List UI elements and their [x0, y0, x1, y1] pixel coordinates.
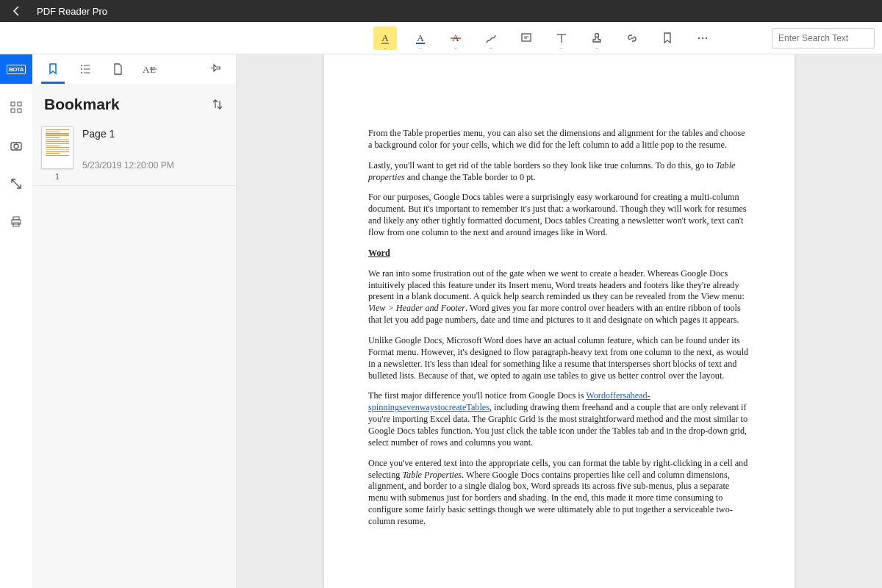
note-icon [520, 32, 533, 45]
search-box [772, 28, 875, 49]
annotation-toolbar: A ⌄ A ⌄ A ⌄ ⌄ ⌄ ⌄ [0, 22, 882, 54]
search-input[interactable] [772, 28, 875, 49]
pdf-page: From the Table properties menu, you can … [324, 54, 795, 588]
section-heading: Word [368, 248, 750, 259]
document-viewer[interactable]: From the Table properties menu, you can … [237, 54, 882, 588]
svg-point-28 [81, 72, 82, 74]
svg-rect-21 [13, 217, 19, 220]
svg-rect-17 [11, 109, 15, 112]
sidebar-tabs: AE [32, 54, 236, 84]
back-button[interactable] [6, 5, 28, 17]
expand-icon [10, 177, 23, 190]
svg-rect-15 [11, 102, 15, 106]
text-tool[interactable]: ⌄ [550, 26, 573, 50]
tab-pages[interactable] [103, 54, 132, 84]
pin-icon [209, 62, 222, 76]
paragraph: Once you've entered text into the approp… [368, 458, 750, 528]
note-tool[interactable] [514, 26, 538, 50]
bookmark-icon [47, 62, 59, 76]
sidebar-header: Bookmark [32, 84, 236, 122]
page-icon [112, 62, 123, 76]
sidebar-title: Bookmark [44, 96, 120, 113]
bookmark-tool[interactable] [656, 26, 679, 50]
paragraph: Lastly, you'll want to get rid of the ta… [368, 160, 750, 184]
strikethrough-icon: A [449, 32, 462, 45]
svg-rect-16 [18, 102, 21, 106]
app-title: PDF Reader Pro [37, 6, 107, 17]
bookmark-icon [662, 32, 673, 45]
svg-text:A: A [417, 32, 424, 43]
svg-point-26 [81, 68, 82, 70]
svg-point-12 [698, 37, 700, 38]
tab-pin[interactable] [201, 54, 230, 84]
svg-text:A: A [381, 32, 389, 43]
left-rail: BOTA [0, 54, 32, 588]
paragraph: For our purposes, Google Docs tables wer… [368, 192, 750, 238]
print-icon [10, 215, 23, 229]
more-icon [696, 32, 709, 45]
titlebar: PDF Reader Pro [0, 0, 882, 22]
tab-annotations[interactable]: AE [135, 54, 165, 84]
link-icon [625, 32, 639, 45]
paragraph: The first major difference you'll notice… [368, 390, 750, 448]
paragraph: Unlike Google Docs, Microsoft Word does … [368, 335, 750, 381]
bookmark-thumbnail [41, 126, 74, 169]
sort-button[interactable] [211, 98, 224, 111]
highlight-tool[interactable]: A ⌄ [373, 26, 397, 50]
svg-point-20 [14, 144, 18, 148]
sidebar-panel: AE Bookmark 1 [32, 54, 237, 588]
svg-point-24 [81, 65, 82, 66]
svg-point-14 [706, 37, 707, 38]
outline-icon [79, 62, 92, 76]
rail-fullscreen[interactable] [0, 169, 32, 198]
rail-print[interactable] [0, 207, 32, 237]
bookmark-list: 1 Page 1 5/23/2019 12:20:00 PM [32, 122, 236, 588]
bookmark-item[interactable]: 1 Page 1 5/23/2019 12:20:00 PM [32, 122, 236, 186]
svg-rect-18 [18, 109, 21, 112]
svg-rect-6 [522, 34, 531, 41]
tab-bookmark[interactable] [38, 54, 68, 84]
more-tool[interactable] [691, 26, 714, 50]
bookmark-date: 5/23/2019 12:20:00 PM [82, 160, 227, 171]
svg-point-11 [595, 33, 599, 37]
strikethrough-tool[interactable]: A ⌄ [444, 26, 467, 50]
grid-icon [10, 101, 23, 114]
highlight-icon: A [379, 32, 392, 45]
rail-bota[interactable]: BOTA [0, 54, 32, 84]
paragraph: We ran into some frustration out of the … [368, 268, 750, 326]
rail-thumbnails[interactable] [0, 93, 32, 122]
bookmark-title: Page 1 [82, 128, 227, 140]
underline-icon: A [414, 32, 427, 45]
ink-icon [484, 32, 498, 45]
text-icon [555, 32, 568, 45]
svg-point-13 [702, 37, 703, 38]
rail-snapshot[interactable] [0, 131, 32, 160]
ink-tool[interactable]: ⌄ [479, 26, 503, 50]
bookmark-page-num: 1 [55, 172, 60, 181]
stamp-icon [590, 32, 603, 45]
sort-icon [211, 98, 224, 111]
tab-outline[interactable] [71, 54, 100, 84]
stamp-tool[interactable]: ⌄ [585, 26, 609, 50]
camera-icon [9, 138, 24, 153]
font-icon: AE [142, 62, 158, 76]
link-tool[interactable] [620, 26, 644, 50]
underline-tool[interactable]: A ⌄ [409, 26, 432, 50]
paragraph: From the Table properties menu, you can … [368, 128, 750, 151]
svg-text:A: A [143, 64, 150, 75]
